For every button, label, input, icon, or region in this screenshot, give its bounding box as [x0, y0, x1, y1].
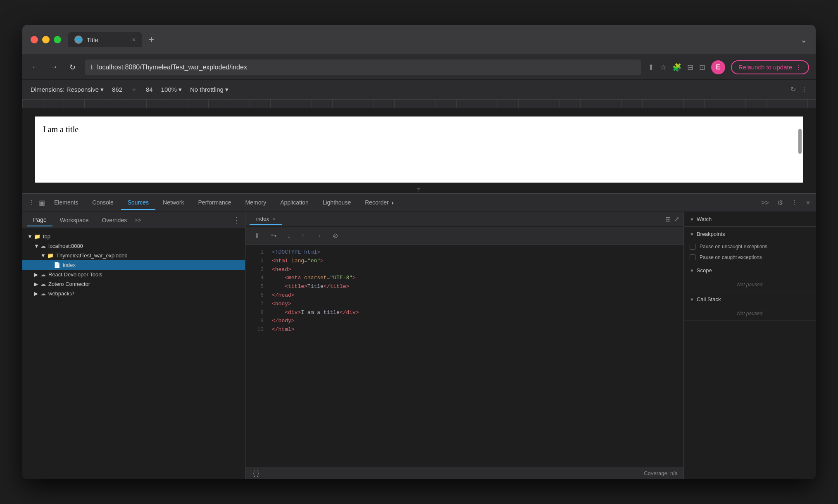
device-toggle-icon[interactable]: ▣: [37, 197, 47, 208]
fp-tab-page[interactable]: Page: [27, 214, 52, 226]
pause-uncaught-checkbox[interactable]: [690, 244, 695, 250]
height-value[interactable]: 84: [146, 86, 153, 93]
tab-lighthouse[interactable]: Lighthouse: [316, 196, 358, 210]
relaunch-button[interactable]: Relaunch to update ⋮: [731, 60, 809, 74]
split-screen-icon[interactable]: ⊡: [699, 63, 705, 72]
more-options-dt-icon[interactable]: ⋮: [790, 197, 800, 208]
step-out-button[interactable]: ↑: [297, 230, 309, 242]
forward-button[interactable]: →: [48, 61, 60, 73]
code-tab-close-icon[interactable]: ×: [272, 216, 275, 222]
pause-button[interactable]: ⏸: [250, 230, 264, 242]
more-tabs-icon[interactable]: >>: [759, 197, 771, 208]
line-number: 2: [249, 257, 264, 266]
line-number: 1: [249, 248, 264, 257]
expand-icon[interactable]: ⤢: [674, 215, 679, 223]
file-panel-actions[interactable]: ⋮: [233, 216, 240, 225]
tab-application[interactable]: Application: [274, 196, 315, 210]
tree-item-top[interactable]: ▼ 📁 top: [22, 232, 245, 241]
title-bar-menu[interactable]: ⌄: [800, 35, 807, 45]
dimensions-dropdown[interactable]: Dimensions: Responsive ▾: [31, 86, 104, 93]
spacer: [47, 262, 51, 268]
pause-caught-checkbox[interactable]: [690, 254, 695, 260]
inspect-element-icon[interactable]: ⋮: [26, 197, 36, 208]
bookmark-icon[interactable]: ☆: [660, 63, 667, 72]
rotate-icon[interactable]: ↻: [790, 86, 796, 93]
tab-elements[interactable]: Elements: [48, 196, 85, 210]
tab-console[interactable]: Console: [86, 196, 120, 210]
arrow-icon: ▶: [34, 290, 38, 297]
tree-item-webpack[interactable]: ▶ ☁ webpack://: [22, 289, 245, 298]
fp-tab-overrides[interactable]: Overrides: [96, 214, 133, 226]
chevron-down-icon: ▾: [100, 86, 104, 93]
settings-icon[interactable]: ⚙: [776, 197, 785, 208]
width-value[interactable]: 862: [112, 86, 122, 93]
tab-search-icon[interactable]: ⊟: [687, 63, 693, 72]
breakpoints-label: Breakpoints: [697, 231, 725, 237]
code-panel: index × ⊞ ⤢ ⏸ ↪ ↓ ↑ →: [245, 212, 683, 479]
zoom-dropdown[interactable]: 100% ▾: [161, 86, 182, 93]
sidebar-left-icon[interactable]: ⊞: [665, 215, 671, 223]
code-line-4: 4 <meta charset="UTF-8">: [245, 274, 683, 283]
tree-label-webpack: webpack://: [48, 290, 74, 297]
devtools-tab-bar: ⋮ ▣ Elements Console Sources Network Per…: [22, 194, 816, 212]
funnel-icon: ⏵: [390, 200, 395, 206]
close-devtools-icon[interactable]: ×: [805, 197, 812, 208]
code-editor[interactable]: 1 <!DOCTYPE html> 2 <html lang="en"> 3 <…: [245, 245, 683, 467]
address-bar: ← → ↻ ℹ localhost:8080/ThymeleafTest_war…: [22, 55, 816, 79]
browser-tab[interactable]: 🌐 Title ×: [68, 32, 142, 47]
throttle-dropdown[interactable]: No throttling ▾: [190, 86, 229, 93]
fp-tab-workspace[interactable]: Workspace: [54, 214, 95, 226]
code-content: <!DOCTYPE html>: [272, 248, 320, 257]
tab-recorder[interactable]: Recorder ⏵: [358, 196, 402, 210]
tree-item-zotero[interactable]: ▶ ☁ Zotero Connector: [22, 279, 245, 289]
code-tab-index[interactable]: index ×: [250, 213, 282, 225]
back-button[interactable]: ←: [29, 61, 41, 73]
tree-item-index[interactable]: 📄 index: [22, 260, 245, 270]
close-dot[interactable]: [31, 36, 38, 43]
code-line-6: 6 </head>: [245, 291, 683, 300]
code-content: </body>: [272, 317, 295, 326]
watch-header[interactable]: ▼ Watch: [684, 212, 816, 226]
folder-icon: 📁: [34, 233, 40, 240]
window-controls: [31, 36, 61, 43]
call-stack-header[interactable]: ▼ Call Stack: [684, 292, 816, 307]
browser-window: 🌐 Title × + ⌄ ← → ↻ ℹ localhost:8080/Thy…: [22, 25, 816, 479]
share-icon[interactable]: ⬆: [648, 63, 654, 72]
maximize-dot[interactable]: [54, 36, 61, 43]
title-bar: 🌐 Title × + ⌄: [22, 25, 816, 55]
extensions-icon[interactable]: 🧩: [672, 63, 681, 72]
resize-handle[interactable]: ≡: [22, 187, 816, 193]
tree-item-localhost[interactable]: ▼ ☁ localhost:8080: [22, 241, 245, 251]
deactivate-breakpoints-icon[interactable]: ⊘: [329, 229, 342, 242]
scrollbar-indicator[interactable]: [798, 129, 802, 154]
tab-close-button[interactable]: ×: [132, 36, 136, 43]
line-number: 7: [249, 300, 264, 309]
address-input[interactable]: ℹ localhost:8080/ThymeleafTest_war_explo…: [85, 59, 641, 75]
more-tabs-button[interactable]: >>: [134, 217, 141, 223]
breakpoints-section: ▼ Breakpoints Pause on uncaught exceptio…: [684, 227, 816, 263]
step-into-button[interactable]: ↓: [283, 230, 295, 242]
more-options-icon[interactable]: ⋮: [801, 86, 807, 93]
tree-item-project[interactable]: ▼ 📁 ThymeleafTest_war_exploded: [22, 251, 245, 260]
new-tab-button[interactable]: +: [145, 33, 157, 47]
minimize-dot[interactable]: [42, 36, 50, 43]
scope-header[interactable]: ▼ Scope: [684, 263, 816, 278]
step-button[interactable]: →: [311, 230, 326, 242]
relaunch-label: Relaunch to update: [738, 64, 792, 71]
reload-button[interactable]: ↻: [67, 61, 78, 74]
breakpoints-header[interactable]: ▼ Breakpoints: [684, 227, 816, 241]
format-code-button[interactable]: { }: [251, 468, 261, 479]
step-over-button[interactable]: ↪: [267, 229, 281, 242]
breakpoints-arrow-icon: ▼: [690, 232, 694, 237]
call-stack-status: Not paused: [684, 307, 816, 321]
devtools-tab-icons: >> ⚙ ⋮ ×: [759, 197, 812, 208]
tab-memory[interactable]: Memory: [239, 196, 273, 210]
code-content: <html lang="en">: [272, 257, 324, 266]
tab-performance[interactable]: Performance: [191, 196, 238, 210]
tree-item-react[interactable]: ▶ ☁ React Developer Tools: [22, 270, 245, 279]
tab-network[interactable]: Network: [156, 196, 190, 210]
profile-button[interactable]: E: [711, 60, 725, 74]
tab-sources[interactable]: Sources: [121, 196, 155, 210]
line-number: 3: [249, 266, 264, 274]
call-stack-label: Call Stack: [697, 296, 721, 302]
